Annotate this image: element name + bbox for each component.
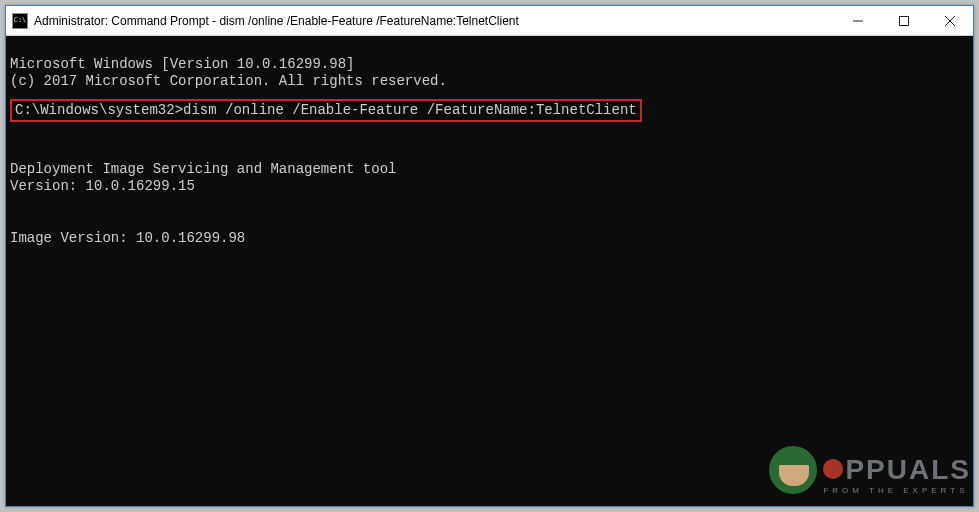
terminal-line: Microsoft Windows [Version 10.0.16299.98… [10,56,354,72]
window-title: Administrator: Command Prompt - dism /on… [34,14,835,28]
window-controls [835,6,973,35]
blank-line [10,126,969,143]
minimize-button[interactable] [835,6,881,36]
terminal-line: (c) 2017 Microsoft Corporation. All righ… [10,73,447,89]
blank-line [10,196,969,213]
titlebar[interactable]: C:\ Administrator: Command Prompt - dism… [6,6,973,36]
command-text: dism /online /Enable-Feature /FeatureNam… [183,102,637,118]
prompt-path: C:\Windows\system32> [15,102,183,118]
svg-rect-1 [900,17,909,26]
minimize-icon [853,16,863,26]
terminal-output: Version: 10.0.16299.15 [10,178,195,194]
close-icon [945,16,955,26]
cmd-icon: C:\ [12,13,28,29]
highlighted-command: C:\Windows\system32>dism /online /Enable… [10,99,642,123]
command-prompt-window: C:\ Administrator: Command Prompt - dism… [5,5,974,507]
terminal-output: Deployment Image Servicing and Managemen… [10,161,396,177]
terminal-output: Image Version: 10.0.16299.98 [10,230,245,246]
close-button[interactable] [927,6,973,36]
terminal-area[interactable]: Microsoft Windows [Version 10.0.16299.98… [6,36,973,506]
maximize-icon [899,16,909,26]
maximize-button[interactable] [881,6,927,36]
